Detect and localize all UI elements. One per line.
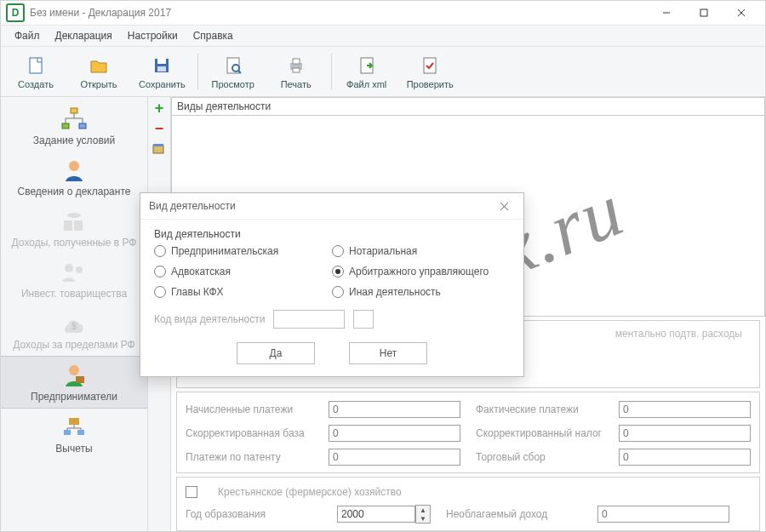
menu-декларация[interactable]: Декларация — [49, 28, 119, 43]
corr-base-label: Скорректированная база — [186, 427, 313, 439]
radio-lawyer[interactable]: Адвокатская — [154, 266, 332, 277]
sidebar-item-conditions[interactable]: Задание условий — [1, 100, 147, 152]
tool-label: Создать — [18, 79, 54, 89]
svg-point-18 — [67, 213, 81, 218]
sidebar-item-deductions[interactable]: Вычеты — [1, 409, 147, 460]
tool-label: Сохранить — [139, 79, 186, 89]
edit-icon[interactable] — [151, 141, 167, 157]
window-controls — [648, 1, 760, 25]
actual-label: Фактические платежи — [476, 403, 603, 415]
activities-list-header: Виды деятельности — [171, 97, 765, 116]
svg-rect-1 — [30, 58, 42, 73]
svg-rect-25 — [64, 430, 71, 435]
actual-input[interactable] — [619, 401, 751, 418]
dialog-group-title: Вид деятельности — [154, 228, 510, 240]
trade-fee-label: Торговый сбор — [476, 451, 603, 463]
tool-label: Просмотр — [212, 79, 254, 89]
income-abroad-icon: $ — [57, 310, 91, 337]
corr-base-input[interactable] — [329, 425, 460, 442]
activity-code-lookup-button[interactable] — [353, 310, 374, 329]
menu-справка[interactable]: Справка — [186, 28, 240, 43]
dialog-close-button[interactable] — [493, 195, 515, 217]
activity-type-dialog: Вид деятельности Вид деятельности Предпр… — [140, 192, 524, 377]
dialog-no-button[interactable]: Нет — [349, 342, 427, 364]
untaxed-input[interactable] — [597, 506, 729, 523]
tool-print-button[interactable]: Печать — [265, 50, 328, 93]
sidebar: Задание условийСведения о декларантеДохо… — [1, 97, 148, 531]
year-stepper[interactable]: ▲▼ — [415, 505, 431, 523]
window-title: Без имени - Декларация 2017 — [30, 7, 171, 19]
open-icon — [87, 54, 111, 77]
tool-view-button[interactable]: Просмотр — [202, 50, 265, 93]
sidebar-item-income-rf[interactable]: Доходы, полученные в РФ — [1, 203, 147, 254]
sidebar-item-label: Предприниматели — [31, 391, 117, 403]
conditions-icon — [57, 106, 91, 133]
tool-label: Открыть — [80, 79, 117, 89]
svg-point-15 — [69, 161, 79, 171]
corr-tax-label: Скорректированный налог — [476, 427, 603, 439]
sidebar-item-label: Задание условий — [33, 134, 115, 146]
add-icon[interactable]: + — [151, 100, 167, 116]
accrued-input[interactable] — [329, 401, 460, 418]
svg-rect-16 — [64, 220, 72, 231]
sidebar-item-income-abroad[interactable]: $Доходы за пределами РФ — [1, 305, 147, 356]
tool-check-button[interactable]: Проверить — [398, 50, 462, 93]
minimize-button[interactable] — [648, 1, 685, 25]
svg-rect-3 — [157, 59, 166, 64]
radio-other[interactable]: Иная деятельность — [332, 286, 510, 298]
sidebar-item-declarant[interactable]: Сведения о декларанте — [1, 152, 147, 203]
sidebar-item-entrepreneur[interactable]: Предприниматели — [1, 356, 147, 409]
menu-настройки[interactable]: Настройки — [121, 28, 185, 43]
svg-rect-4 — [157, 66, 166, 72]
tool-xml-button[interactable]: Файл xml — [335, 50, 398, 93]
untaxed-label: Необлагаемый доход — [446, 508, 582, 520]
patent-label: Платежи по патенту — [186, 451, 313, 463]
tool-label: Проверить — [407, 79, 454, 89]
year-label: Год образования — [186, 508, 322, 520]
sidebar-item-invest[interactable]: Инвест. товарищества — [1, 254, 147, 305]
maximize-button[interactable] — [685, 1, 723, 25]
svg-rect-14 — [79, 123, 86, 129]
trade-fee-input[interactable] — [619, 449, 751, 466]
svg-rect-11 — [424, 58, 436, 73]
svg-rect-9 — [293, 68, 300, 72]
patent-input[interactable] — [329, 449, 460, 466]
menu-файл[interactable]: Файл — [8, 28, 47, 43]
sidebar-item-label: Доходы, полученные в РФ — [12, 237, 137, 249]
svg-rect-28 — [153, 144, 163, 146]
expense-hint: ментально подтв. расходы — [615, 328, 742, 340]
dialog-yes-button[interactable]: Да — [237, 342, 315, 364]
svg-rect-26 — [77, 430, 84, 435]
dialog-titlebar: Вид деятельности — [140, 193, 523, 220]
svg-rect-12 — [71, 108, 77, 113]
radio-arbitration[interactable]: Арбитражного управляющего — [332, 266, 510, 277]
radio-notary[interactable]: Нотариальная — [332, 245, 510, 257]
xml-icon — [355, 54, 379, 77]
tool-label: Печать — [281, 79, 312, 89]
toolbar: СоздатьОткрытьСохранитьПросмотрПечатьФай… — [1, 47, 765, 97]
menu-bar: ФайлДекларацияНастройкиСправка — [1, 26, 765, 47]
accrued-label: Начисленные платежи — [186, 403, 313, 415]
svg-rect-23 — [76, 376, 84, 383]
svg-text:$: $ — [71, 322, 77, 331]
close-button[interactable] — [723, 1, 760, 25]
tool-save-button[interactable]: Сохранить — [130, 50, 194, 93]
tool-label: Файл xml — [346, 79, 386, 89]
tool-open-button[interactable]: Открыть — [67, 50, 130, 93]
dialog-body: Вид деятельности ПредпринимательскаяАдво… — [140, 220, 523, 376]
activity-code-input[interactable] — [273, 310, 345, 329]
farm-label: Крестьянское (фермерское) хозяйство — [218, 486, 402, 498]
tool-create-button[interactable]: Создать — [4, 50, 67, 93]
radio-kfh[interactable]: Главы КФХ — [154, 286, 332, 298]
svg-rect-17 — [74, 220, 83, 231]
create-icon — [24, 54, 48, 77]
radio-dot-icon — [154, 286, 166, 298]
svg-rect-8 — [293, 59, 300, 64]
year-input[interactable] — [337, 506, 415, 523]
remove-icon[interactable]: − — [151, 121, 167, 136]
farm-checkbox[interactable] — [186, 486, 197, 498]
svg-point-20 — [76, 266, 83, 273]
svg-point-19 — [65, 264, 73, 272]
corr-tax-input[interactable] — [619, 425, 751, 442]
radio-business[interactable]: Предпринимательская — [154, 245, 332, 257]
